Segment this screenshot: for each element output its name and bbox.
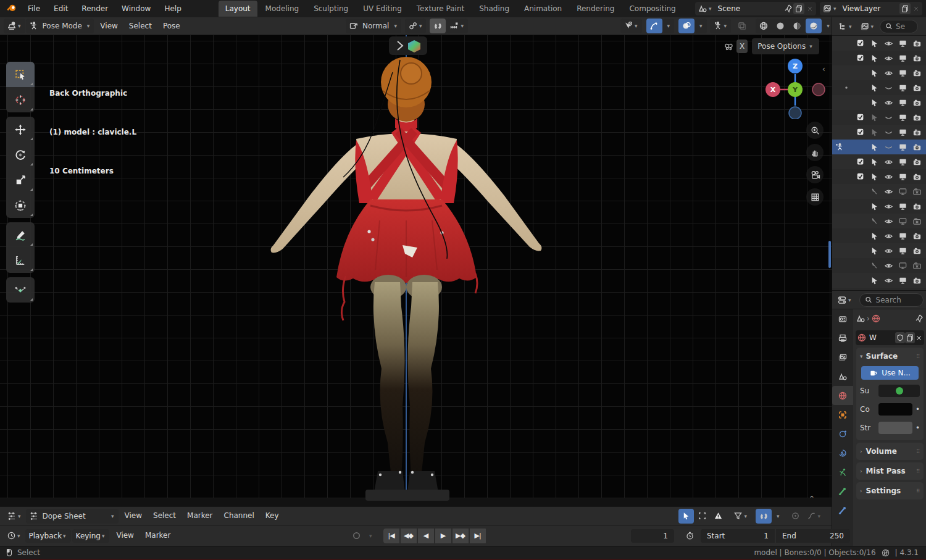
physics-properties-tab[interactable] [832, 424, 853, 443]
hide-viewport-eye-toggle[interactable] [882, 54, 896, 63]
hide-viewport-eye-toggle[interactable] [882, 187, 896, 196]
selectable-toggle[interactable] [867, 246, 882, 256]
hidden-channels-toggle[interactable] [694, 509, 710, 524]
disable-render-camera-toggle[interactable] [910, 217, 924, 226]
field-value-co[interactable] [878, 403, 912, 416]
world-properties-tab[interactable] [832, 386, 853, 405]
measure-tool[interactable] [6, 248, 35, 273]
disable-render-camera-toggle[interactable] [910, 172, 924, 182]
selectable-toggle[interactable] [867, 172, 882, 182]
selectable-toggle[interactable] [867, 202, 882, 211]
move-tool[interactable] [6, 117, 35, 142]
region-scrollbar[interactable] [828, 241, 831, 268]
disable-viewport-monitor-toggle[interactable] [896, 217, 910, 226]
hide-viewport-eye-toggle[interactable] [882, 276, 896, 285]
editor-type-dropdown[interactable]: ▾ [4, 19, 25, 33]
play-reverse-button[interactable]: ◀ [418, 529, 434, 543]
menu-render[interactable]: Render [75, 0, 115, 17]
play-button[interactable]: ▶ [435, 529, 451, 543]
dope-menu-channel[interactable]: Channel [219, 507, 260, 525]
selectability-checkbox[interactable] [853, 157, 867, 166]
disable-viewport-monitor-toggle[interactable] [896, 143, 910, 152]
hide-viewport-eye-toggle[interactable] [882, 246, 896, 256]
outliner-row[interactable] [832, 125, 926, 140]
disable-viewport-monitor-toggle[interactable] [896, 261, 910, 270]
only-selected-toggle[interactable] [678, 509, 694, 524]
transform-tool[interactable] [6, 193, 35, 218]
animate-dot[interactable]: • [916, 424, 920, 432]
animate-dot[interactable]: • [916, 405, 920, 414]
object-data-properties-tab[interactable] [832, 462, 853, 482]
selectability-checkbox[interactable] [853, 172, 867, 181]
workspace-tab-compositing[interactable]: Compositing [622, 1, 682, 17]
shading-material-button[interactable] [789, 19, 805, 33]
outliner-row[interactable] [832, 169, 926, 184]
constraints-properties-tab[interactable] [832, 443, 853, 462]
selectable-toggle[interactable] [867, 232, 882, 241]
outliner-row[interactable] [832, 154, 926, 169]
outliner-row[interactable] [832, 110, 926, 125]
disable-viewport-monitor-toggle[interactable] [896, 232, 910, 241]
mist-pass-panel[interactable]: ›Mist Pass⠿ [856, 462, 924, 480]
disable-render-camera-toggle[interactable] [910, 157, 924, 167]
pin-icon[interactable] [783, 4, 793, 14]
disable-render-camera-toggle[interactable] [910, 83, 924, 93]
pose-breakdowner-tool[interactable] [6, 277, 35, 303]
filter-dropdown[interactable]: ▾ [730, 509, 751, 524]
disable-viewport-monitor-toggle[interactable] [896, 69, 910, 78]
scene-properties-tab[interactable] [832, 367, 853, 386]
volume-panel[interactable]: ›Volume⠿ [856, 443, 924, 460]
render-properties-tab[interactable] [832, 309, 853, 328]
hide-viewport-eye-toggle[interactable] [882, 98, 896, 107]
disable-viewport-monitor-toggle[interactable] [896, 128, 910, 137]
zoom-button[interactable] [806, 122, 824, 139]
dope-menu-key[interactable]: Key [260, 507, 285, 525]
use-preview-range-toggle[interactable] [682, 529, 698, 543]
hide-viewport-eye-toggle[interactable] [882, 217, 896, 226]
selectability-checkbox[interactable] [853, 54, 867, 62]
menu-window[interactable]: Window [115, 0, 157, 17]
playback-dropdown[interactable]: Playback▾ [25, 529, 71, 543]
copy-datablock-icon[interactable] [905, 332, 915, 343]
proportional-edit-toggle[interactable] [788, 509, 803, 524]
timeline-menu-marker[interactable]: Marker [140, 527, 176, 545]
disable-render-camera-toggle[interactable] [910, 98, 924, 107]
dope-menu-view[interactable]: View [119, 507, 148, 525]
pan-button[interactable] [806, 144, 824, 161]
disable-render-camera-toggle[interactable] [910, 232, 924, 241]
outliner-display-dropdown[interactable]: ▾ [857, 19, 878, 34]
object-visibility-dropdown[interactable]: ▾ [620, 19, 642, 33]
outliner-row[interactable] [832, 140, 926, 154]
selectable-toggle[interactable] [867, 261, 882, 270]
hide-viewport-eye-toggle[interactable] [882, 202, 896, 211]
disable-render-camera-toggle[interactable] [910, 261, 924, 270]
jump-to-end-button[interactable]: ▶| [470, 529, 486, 543]
hide-viewport-eye-toggle[interactable] [882, 113, 896, 122]
hide-viewport-eye-toggle[interactable] [882, 69, 896, 78]
viewport-menu-view[interactable]: View [94, 17, 123, 35]
unlink-x-icon[interactable] [915, 334, 923, 342]
selectable-toggle[interactable] [867, 39, 882, 48]
outliner-row[interactable] [832, 65, 926, 80]
errors-toggle[interactable] [711, 509, 726, 524]
view-layer-properties-tab[interactable] [832, 348, 853, 367]
selectable-toggle[interactable] [867, 276, 882, 285]
disable-render-camera-toggle[interactable] [910, 69, 924, 78]
new-scene-icon[interactable] [793, 3, 804, 14]
transform-orientation-dropdown[interactable]: Normal▾ [346, 19, 401, 33]
disable-render-camera-toggle[interactable] [910, 187, 924, 196]
selectable-toggle[interactable] [867, 113, 882, 122]
selectable-toggle[interactable] [867, 69, 882, 78]
disable-viewport-monitor-toggle[interactable] [896, 54, 910, 63]
selectable-toggle[interactable] [867, 83, 882, 93]
hide-viewport-eye-toggle[interactable] [882, 128, 896, 137]
end-frame-field[interactable]: End250 [776, 529, 850, 543]
scale-tool[interactable] [6, 167, 35, 193]
snap-target-dropdown[interactable]: ▾ [446, 19, 468, 33]
world-icon[interactable] [857, 333, 867, 343]
camera-view-button[interactable] [806, 166, 824, 183]
snap-toggle[interactable] [430, 19, 446, 33]
disable-viewport-monitor-toggle[interactable] [896, 172, 910, 182]
workspace-tab-uv-editing[interactable]: UV Editing [356, 1, 409, 17]
outliner-row[interactable] [832, 243, 926, 258]
